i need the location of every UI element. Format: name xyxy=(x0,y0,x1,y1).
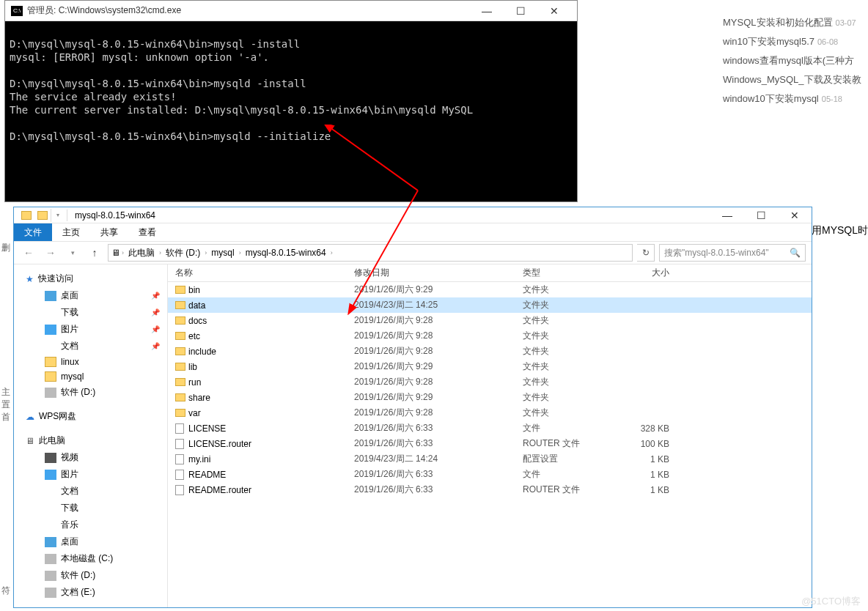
breadcrumb-segment[interactable]: 此电脑 xyxy=(125,247,158,259)
sidebar-item[interactable]: 软件 (D:) xyxy=(14,384,167,401)
sidebar-item[interactable]: 本地磁盘 (C:) xyxy=(14,550,167,567)
nav-pane[interactable]: ★快速访问 桌面📌下载📌图片📌文档📌linuxmysql软件 (D:) ☁WPS… xyxy=(14,264,168,607)
window-title: mysql-8.0.15-winx64 xyxy=(75,210,155,221)
file-row[interactable]: lib2019/1/26/周六 9:29文件夹 xyxy=(168,359,812,374)
file-row[interactable]: README2019/1/26/周六 6:33文件1 KB xyxy=(168,467,812,482)
sidebar-item[interactable]: 桌面📌 xyxy=(14,287,167,304)
file-row[interactable]: bin2019/1/26/周六 9:29文件夹 xyxy=(168,282,812,297)
minimize-button[interactable]: — xyxy=(470,1,504,21)
file-row[interactable]: etc2019/1/26/周六 9:28文件夹 xyxy=(168,328,812,344)
back-button[interactable]: ← xyxy=(20,244,37,262)
cmd-title: 管理员: C:\Windows\system32\cmd.exe xyxy=(27,4,470,17)
file-row[interactable]: share2019/1/26/周六 9:29文件夹 xyxy=(168,390,812,405)
related-link[interactable]: windows查看mysql版本(三种方 xyxy=(723,51,868,70)
sidebar-item[interactable]: 文档 xyxy=(14,483,167,500)
minimize-button[interactable]: — xyxy=(710,207,744,223)
explorer-window: ▾ mysql-8.0.15-winx64 — ☐ ✕ 文件 主页 共享 查看 … xyxy=(13,207,812,608)
file-row[interactable]: include2019/1/26/周六 9:28文件夹 xyxy=(168,344,812,359)
ribbon: 文件 主页 共享 查看 xyxy=(14,223,812,241)
breadcrumb-segment[interactable]: mysql-8.0.15-winx64 xyxy=(243,248,329,258)
folder-icon xyxy=(34,209,51,222)
close-button[interactable]: ✕ xyxy=(778,207,812,223)
col-type[interactable]: 类型 xyxy=(523,267,611,279)
sidebar-item[interactable]: 下载 xyxy=(14,500,167,516)
ribbon-tab-file[interactable]: 文件 xyxy=(14,223,52,241)
refresh-button[interactable]: ↻ xyxy=(637,244,655,262)
sidebar-item[interactable]: 下载📌 xyxy=(14,304,167,321)
file-row[interactable]: data2019/4/23/周二 14:25文件夹 xyxy=(168,297,812,313)
explorer-titlebar[interactable]: ▾ mysql-8.0.15-winx64 — ☐ ✕ xyxy=(14,207,812,223)
quick-access[interactable]: ★快速访问 xyxy=(14,270,167,287)
sidebar-item[interactable]: 软件 (D:) xyxy=(14,567,167,584)
sidebar-item[interactable]: 音乐 xyxy=(14,516,167,533)
forward-button[interactable]: → xyxy=(42,244,59,262)
sidebar-item[interactable]: 图片 xyxy=(14,466,167,483)
ribbon-tab-home[interactable]: 主页 xyxy=(52,223,90,241)
file-list[interactable]: bin2019/1/26/周六 9:29文件夹data2019/4/23/周二 … xyxy=(168,282,812,497)
sidebar-item[interactable]: linux xyxy=(14,355,167,369)
sidebar-item[interactable]: 文档 (E:) xyxy=(14,584,167,601)
up-button[interactable]: ↑ xyxy=(86,244,103,262)
page-snippet: 用MYSQL时 xyxy=(812,224,868,237)
breadcrumb-segment[interactable]: 软件 (D:) xyxy=(163,247,203,259)
folder-icon xyxy=(18,209,34,222)
column-headers[interactable]: 名称 修改日期 类型 大小 xyxy=(168,264,812,282)
page-edge: 删主置首符 xyxy=(0,227,13,611)
pc-icon: 🖥 xyxy=(111,248,120,258)
maximize-button[interactable]: ☐ xyxy=(744,207,778,223)
ribbon-tab-share[interactable]: 共享 xyxy=(90,223,128,241)
sidebar-item[interactable]: 图片📌 xyxy=(14,321,167,338)
related-link[interactable]: win10下安装mysql5.706-08 xyxy=(723,32,868,51)
sidebar-item[interactable]: mysql xyxy=(14,369,167,384)
related-link[interactable]: Windows_MySQL_下载及安装教 xyxy=(723,70,868,89)
related-link[interactable]: MYSQL安装和初始化配置03-07 xyxy=(723,13,868,32)
file-row[interactable]: LICENSE2019/1/26/周六 6:33文件328 KB xyxy=(168,421,812,436)
sidebar-item[interactable]: 桌面 xyxy=(14,533,167,550)
qat-dropdown[interactable]: ▾ xyxy=(51,209,64,222)
file-pane: 名称 修改日期 类型 大小 bin2019/1/26/周六 9:29文件夹dat… xyxy=(168,264,812,607)
this-pc[interactable]: 🖥此电脑 xyxy=(14,432,167,449)
related-links: MYSQL安装和初始化配置03-07win10下安装mysql5.706-08w… xyxy=(723,13,868,108)
sidebar-item[interactable]: 视频 xyxy=(14,449,167,466)
col-size[interactable]: 大小 xyxy=(611,267,669,279)
cmd-window: C:\ 管理员: C:\Windows\system32\cmd.exe — ☐… xyxy=(4,0,578,202)
file-row[interactable]: var2019/1/26/周六 9:28文件夹 xyxy=(168,405,812,421)
maximize-button[interactable]: ☐ xyxy=(504,1,537,21)
sidebar-item[interactable]: 文档📌 xyxy=(14,338,167,355)
file-row[interactable]: LICENSE.router2019/1/26/周六 6:33ROUTER 文件… xyxy=(168,436,812,451)
col-date[interactable]: 修改日期 xyxy=(354,267,523,279)
cmd-titlebar[interactable]: C:\ 管理员: C:\Windows\system32\cmd.exe — ☐… xyxy=(5,1,577,21)
file-row[interactable]: README.router2019/1/26/周六 6:33ROUTER 文件1… xyxy=(168,482,812,497)
file-row[interactable]: my.ini2019/4/23/周二 14:24配置设置1 KB xyxy=(168,451,812,467)
related-link[interactable]: window10下安装mysql05-18 xyxy=(723,89,868,108)
recent-dropdown[interactable]: ▾ xyxy=(64,244,81,262)
wps-cloud[interactable]: ☁WPS网盘 xyxy=(14,408,167,425)
address-bar[interactable]: 🖥 › 此电脑›软件 (D:)›mysql›mysql-8.0.15-winx6… xyxy=(108,244,633,262)
ribbon-tab-view[interactable]: 查看 xyxy=(128,223,166,241)
file-row[interactable]: docs2019/1/26/周六 9:28文件夹 xyxy=(168,313,812,328)
file-row[interactable]: run2019/1/26/周六 9:28文件夹 xyxy=(168,374,812,390)
cmd-output[interactable]: D:\mysql\mysql-8.0.15-winx64\bin>mysql -… xyxy=(5,21,577,201)
address-bar-row: ← → ▾ ↑ 🖥 › 此电脑›软件 (D:)›mysql›mysql-8.0.… xyxy=(14,241,812,264)
col-name[interactable]: 名称 xyxy=(175,267,354,279)
search-input[interactable]: 搜索"mysql-8.0.15-winx64"🔍 xyxy=(659,244,806,262)
breadcrumb-segment[interactable]: mysql xyxy=(208,248,237,258)
close-button[interactable]: ✕ xyxy=(537,1,571,21)
cmd-icon: C:\ xyxy=(11,6,23,16)
watermark: @51CTO博客 xyxy=(801,595,861,608)
